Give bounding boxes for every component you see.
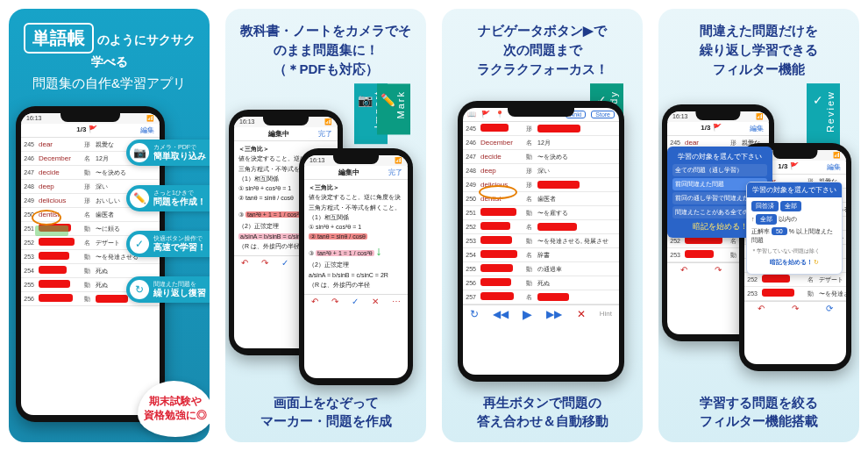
store-button[interactable]: Store (591, 111, 615, 118)
undo-icon[interactable]: ↶ (680, 265, 687, 275)
forward-icon[interactable]: ▶▶ (546, 308, 562, 320)
rewind-icon[interactable]: ◀◀ (493, 308, 509, 320)
panel3-bottom-text: 再生ボタンで問題の 答え合わせ＆自動移動 (442, 384, 643, 442)
start-button[interactable]: 暗記を始める！ (770, 259, 813, 265)
feature-review: ↻ 間違えた問題を繰り返し復習 (126, 276, 210, 303)
chip-range[interactable]: 全部 (756, 214, 777, 225)
panel1-subtitle: 問題集の自作&学習アプリ (18, 75, 201, 92)
pink-highlight: a/sinA = b/sinB = c/sinC (238, 233, 307, 240)
check-icon[interactable]: ✓ (281, 258, 288, 268)
pencil-icon: ✏️ (130, 189, 149, 208)
check-icon: ✓ (130, 234, 149, 254)
status-time: 16:13 (26, 115, 42, 122)
redo-icon[interactable]: ↷ (792, 304, 799, 313)
feature-import: 📷 カメラ・PDFで簡単取り込み (126, 140, 210, 166)
table-row[interactable]: 248deep形深い (463, 164, 619, 178)
panel3-top-text: ナビゲータボタン▶︎で 次の問題まで ラクラクフォーカス！ (442, 9, 643, 85)
panel4-bottom-text: 学習する問題を絞る フィルター機能搭載 (658, 384, 859, 442)
x-icon[interactable]: ✕ (372, 297, 379, 306)
ribbon-review: ✓Review (807, 83, 840, 148)
repeat-icon: ↻ (130, 280, 149, 299)
done-link[interactable]: 完了 (388, 168, 402, 177)
pin-icon[interactable]: 📍 (495, 111, 504, 118)
promo-bubble: 期末試験や資格勉強に◎ (138, 381, 210, 437)
chip-answered[interactable]: 回答済 (751, 201, 779, 211)
redo-icon[interactable]: ↷ (715, 265, 722, 275)
table-row[interactable]: 254名辞書 (463, 248, 619, 262)
table-row[interactable]: 253動〜を発達させる (744, 287, 846, 301)
chip-range[interactable]: 全部 (780, 201, 801, 211)
table-row[interactable]: 252名 (463, 220, 619, 234)
status-time: 16:13 (239, 118, 255, 125)
panel1-heading: 単語帳のようにサクサク学べる 問題集の自作&学習アプリ (9, 9, 210, 101)
edit-link[interactable]: 編集 (750, 124, 764, 133)
table-row[interactable]: 253動〜を発達させる, 発展させ (463, 234, 619, 248)
table-row[interactable]: 247decide動〜を決める (21, 166, 160, 180)
panel4-top-text: 間違えた問題だけを 繰り返し学習できる フィルター機能 (658, 9, 859, 85)
arrow-down-icon: ↓ (376, 244, 382, 258)
pencil-icon: ✏️ (381, 93, 395, 118)
status-time: 16:13 (672, 113, 688, 120)
done-link[interactable]: 完了 (318, 129, 332, 139)
green-highlight (35, 226, 68, 236)
boxed-word: 単語帳 (24, 23, 94, 54)
promo-panel-2: 教科書・ノートをカメラでそのまま問題集に！ （＊PDFも対応） 📷Import … (225, 9, 426, 442)
page-counter: 1/3 🚩 (701, 124, 721, 133)
filter-title: 学習の対象を選んで下さい (747, 183, 842, 197)
circle-annotation (32, 210, 61, 226)
check-icon: ✓ (811, 93, 825, 132)
page-counter: 1/3 🚩 (76, 125, 96, 135)
more-icon[interactable]: ⋯ (392, 297, 401, 306)
pct-chip[interactable]: 50 (772, 227, 787, 235)
filter-title: 学習の対象を選んで下さい (672, 152, 767, 161)
filter-note: ＊学習していない問題は除く (751, 247, 837, 255)
wrong-icon[interactable]: ✕ (577, 308, 586, 320)
table-row[interactable]: 256動死ぬ (463, 276, 619, 290)
promo-panel-1: 単語帳のようにサクサク学べる 問題集の自作&学習アプリ 16:13📶 1/3 🚩… (9, 9, 210, 442)
table-row[interactable]: 252名デザート (744, 273, 846, 287)
table-row[interactable]: 255動の通過車 (463, 262, 619, 276)
red-highlight: tan²θ + 1 = 1 / cos²θ (245, 211, 304, 218)
edit-link[interactable]: 編集 (140, 125, 154, 135)
list-header: 1/3 🚩 編集 (21, 124, 160, 138)
table-row[interactable]: 246December名12月 (463, 136, 619, 150)
loop-icon[interactable]: ⟳ (826, 304, 833, 313)
headline-rest: のようにサクサク学べる (91, 32, 196, 68)
camera-icon: 📷 (130, 143, 149, 162)
table-row[interactable]: 257名 (463, 290, 619, 304)
camera-icon: 📷 (359, 93, 373, 128)
hint-button[interactable]: Hint (600, 310, 612, 318)
panel2-top-text: 教科書・ノートをカメラでそのまま問題集に！ （＊PDFも対応） (225, 9, 426, 85)
promo-panel-3: ナビゲータボタン▶︎で 次の問題まで ラクラクフォーカス！ ✓Study 📖 🚩… (442, 9, 643, 442)
promo-panel-4: 間違えた問題だけを 繰り返し学習できる フィルター機能 ✓Review 16:1… (658, 9, 859, 442)
feature-mark: ✏️ さっと1ひきで問題を作成！ (126, 185, 210, 211)
check-icon[interactable]: ✓ (352, 297, 359, 306)
play-icon[interactable]: ▶ (523, 307, 532, 321)
math-sheet-front: ＜三角比＞ 値を決定すること。逆に角度を決 三角方程式・不等式を解くこと。 （1… (304, 180, 408, 294)
table-row[interactable]: 251動〜を雇する (463, 206, 619, 220)
table-row[interactable]: 245形 (463, 122, 619, 136)
redo-icon[interactable]: ↷ (331, 297, 338, 306)
flag-icon[interactable]: 🚩 (481, 111, 490, 118)
undo-icon[interactable]: ↶ (241, 258, 248, 268)
redo-icon[interactable]: ↷ (261, 258, 268, 268)
ribbon-mark: ✏️Mark (377, 83, 410, 134)
playback-bar: ↻ ◀◀ ▶ ▶▶ ✕ Hint (463, 304, 619, 322)
loop-icon[interactable]: ↻ (470, 308, 479, 320)
undo-icon[interactable]: ↶ (758, 304, 765, 313)
edit-link[interactable]: 編集 (827, 162, 841, 172)
table-row[interactable]: 247decide動〜を決める (463, 150, 619, 164)
feature-study: ✓ 快適ボタン操作で高速で学習！ (126, 231, 210, 257)
undo-icon[interactable]: ↶ (311, 297, 318, 306)
book-icon[interactable]: 📖 (467, 111, 476, 118)
panel2-bottom-text: 画面上をなぞって マーカー・問題を作成 (225, 384, 426, 442)
mode-label: 編集中 (268, 129, 289, 139)
filter-card-white[interactable]: 学習の対象を選んで下さい 回答済 全部 ↑ 全部 以内の 正解率 50 % 以上… (746, 182, 843, 275)
filter-option[interactable]: 全ての問題（通し学習） (672, 164, 767, 176)
